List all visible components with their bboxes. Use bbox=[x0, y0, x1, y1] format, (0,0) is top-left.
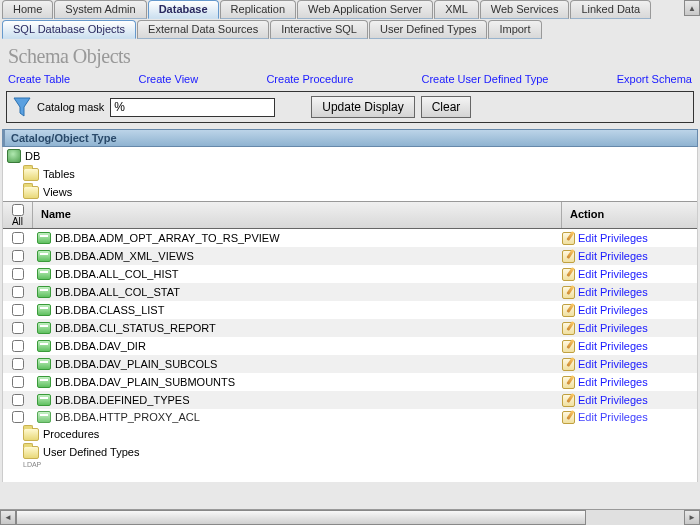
catalog-mask-input[interactable] bbox=[110, 98, 275, 117]
edit-privileges-link[interactable]: Edit Privileges bbox=[578, 304, 648, 316]
table-row: DB.DBA.DAV_PLAIN_SUBCOLSEdit Privileges bbox=[3, 355, 697, 373]
row-name: DB.DBA.DEFINED_TYPES bbox=[55, 394, 189, 406]
tab-external-data-sources[interactable]: External Data Sources bbox=[137, 20, 269, 39]
tree-root-label: DB bbox=[25, 150, 40, 162]
edit-privileges-link[interactable]: Edit Privileges bbox=[578, 394, 648, 406]
edit-privileges-link[interactable]: Edit Privileges bbox=[578, 286, 648, 298]
view-icon bbox=[37, 340, 51, 352]
table-row: DB.DBA.ALL_COL_HISTEdit Privileges bbox=[3, 265, 697, 283]
row-checkbox[interactable] bbox=[12, 250, 24, 262]
view-icon bbox=[37, 268, 51, 280]
table-row: DB.DBA.DEFINED_TYPESEdit Privileges bbox=[3, 391, 697, 409]
tab-sql-database-objects[interactable]: SQL Database Objects bbox=[2, 20, 136, 39]
tab-database[interactable]: Database bbox=[148, 0, 219, 19]
tree-views-label: Views bbox=[43, 186, 72, 198]
edit-privileges-link[interactable]: Edit Privileges bbox=[578, 322, 648, 334]
tab-home[interactable]: Home bbox=[2, 0, 53, 19]
row-checkbox[interactable] bbox=[12, 340, 24, 352]
edit-privileges-link[interactable]: Edit Privileges bbox=[578, 250, 648, 262]
create-table-link[interactable]: Create Table bbox=[8, 73, 70, 85]
view-icon bbox=[37, 304, 51, 316]
row-checkbox[interactable] bbox=[12, 376, 24, 388]
table-row: DB.DBA.ADM_OPT_ARRAY_TO_RS_PVIEWEdit Pri… bbox=[3, 229, 697, 247]
table-row: DB.DBA.ADM_XML_VIEWSEdit Privileges bbox=[3, 247, 697, 265]
scroll-track[interactable] bbox=[16, 510, 684, 525]
tab-import[interactable]: Import bbox=[488, 20, 541, 39]
tab-replication[interactable]: Replication bbox=[220, 0, 296, 19]
tab-interactive-sql[interactable]: Interactive SQL bbox=[270, 20, 368, 39]
export-schema-link[interactable]: Export Schema bbox=[617, 73, 692, 85]
grid-header-action[interactable]: Action bbox=[562, 202, 697, 228]
database-icon bbox=[7, 149, 21, 163]
primary-tabs: HomeSystem AdminDatabaseReplicationWeb A… bbox=[0, 0, 700, 19]
grid-header-all: All bbox=[3, 202, 33, 228]
view-icon bbox=[37, 322, 51, 334]
create-procedure-link[interactable]: Create Procedure bbox=[266, 73, 353, 85]
row-checkbox[interactable] bbox=[12, 286, 24, 298]
edit-icon bbox=[562, 411, 575, 424]
edit-privileges-link[interactable]: Edit Privileges bbox=[578, 268, 648, 280]
tab-user-defined-types[interactable]: User Defined Types bbox=[369, 20, 487, 39]
clear-button[interactable]: Clear bbox=[421, 96, 472, 118]
tree-procedures[interactable]: Procedures bbox=[3, 425, 697, 443]
table-row: DB.DBA.ALL_COL_STATEdit Privileges bbox=[3, 283, 697, 301]
row-checkbox[interactable] bbox=[12, 394, 24, 406]
update-display-button[interactable]: Update Display bbox=[311, 96, 414, 118]
tree-views[interactable]: Views bbox=[3, 183, 697, 201]
scroll-up-arrow[interactable]: ▲ bbox=[684, 0, 700, 16]
edit-icon bbox=[562, 304, 575, 317]
edit-icon bbox=[562, 376, 575, 389]
edit-icon bbox=[562, 286, 575, 299]
view-icon bbox=[37, 250, 51, 262]
folder-icon bbox=[23, 428, 39, 441]
edit-privileges-link[interactable]: Edit Privileges bbox=[578, 411, 648, 423]
scroll-right-arrow[interactable]: ► bbox=[684, 510, 700, 525]
view-icon bbox=[37, 411, 51, 423]
row-checkbox[interactable] bbox=[12, 411, 24, 423]
all-label: All bbox=[12, 216, 23, 227]
filter-bar: Catalog mask Update Display Clear bbox=[6, 91, 694, 123]
row-name: DB.DBA.ADM_XML_VIEWS bbox=[55, 250, 194, 262]
row-checkbox[interactable] bbox=[12, 358, 24, 370]
create-udt-link[interactable]: Create User Defined Type bbox=[422, 73, 549, 85]
row-checkbox[interactable] bbox=[12, 268, 24, 280]
table-row: DB.DBA.CLASS_LISTEdit Privileges bbox=[3, 301, 697, 319]
tab-xml[interactable]: XML bbox=[434, 0, 479, 19]
tree-udt[interactable]: User Defined Types bbox=[3, 443, 697, 461]
edit-privileges-link[interactable]: Edit Privileges bbox=[578, 358, 648, 370]
scroll-thumb[interactable] bbox=[16, 510, 586, 525]
tab-web-services[interactable]: Web Services bbox=[480, 0, 570, 19]
folder-icon bbox=[23, 446, 39, 459]
tab-linked-data[interactable]: Linked Data bbox=[570, 0, 651, 19]
row-checkbox[interactable] bbox=[12, 322, 24, 334]
tree-tables[interactable]: Tables bbox=[3, 165, 697, 183]
tab-system-admin[interactable]: System Admin bbox=[54, 0, 146, 19]
select-all-checkbox[interactable] bbox=[12, 204, 24, 216]
funnel-icon bbox=[13, 96, 31, 118]
create-view-link[interactable]: Create View bbox=[138, 73, 198, 85]
table-row: DB.DBA.DAV_PLAIN_SUBMOUNTSEdit Privilege… bbox=[3, 373, 697, 391]
tree-root-db[interactable]: DB bbox=[3, 147, 697, 165]
row-name: DB.DBA.ADM_OPT_ARRAY_TO_RS_PVIEW bbox=[55, 232, 280, 244]
edit-icon bbox=[562, 250, 575, 263]
tab-web-application-server[interactable]: Web Application Server bbox=[297, 0, 433, 19]
page-title: Schema Objects bbox=[0, 39, 700, 70]
grid-header-name[interactable]: Name bbox=[33, 202, 562, 228]
edit-privileges-link[interactable]: Edit Privileges bbox=[578, 340, 648, 352]
grid-body: DB.DBA.ADM_OPT_ARRAY_TO_RS_PVIEWEdit Pri… bbox=[3, 229, 697, 425]
action-links: Create Table Create View Create Procedur… bbox=[0, 70, 700, 91]
row-checkbox[interactable] bbox=[12, 232, 24, 244]
tree-ldap[interactable]: LDAP bbox=[3, 461, 697, 477]
edit-icon bbox=[562, 394, 575, 407]
tree-panel: DB Tables Views All Name Action DB.DBA.A… bbox=[2, 147, 698, 482]
view-icon bbox=[37, 394, 51, 406]
row-checkbox[interactable] bbox=[12, 304, 24, 316]
horizontal-scrollbar[interactable]: ◄ ► bbox=[0, 509, 700, 525]
scroll-left-arrow[interactable]: ◄ bbox=[0, 510, 16, 525]
table-row: DB.DBA.DAV_DIREdit Privileges bbox=[3, 337, 697, 355]
row-name: DB.DBA.ALL_COL_HIST bbox=[55, 268, 179, 280]
folder-icon bbox=[23, 168, 39, 181]
edit-privileges-link[interactable]: Edit Privileges bbox=[578, 232, 648, 244]
edit-privileges-link[interactable]: Edit Privileges bbox=[578, 376, 648, 388]
row-name: DB.DBA.DAV_DIR bbox=[55, 340, 146, 352]
